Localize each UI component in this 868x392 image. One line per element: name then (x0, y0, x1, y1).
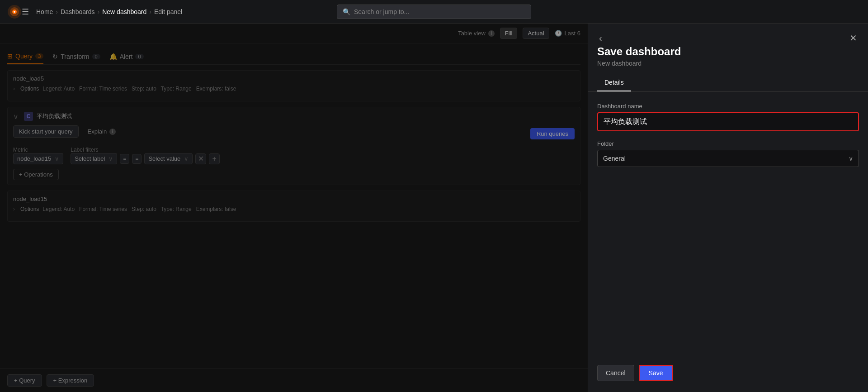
options-row-1: › Options Legend: Auto Format: Time seri… (13, 86, 575, 92)
transform-badge: 0 (92, 54, 100, 59)
query-c-name: 平均负载测试 (37, 112, 72, 120)
query-letter-badge: C (24, 112, 33, 121)
dashboard-name-input[interactable] (597, 112, 859, 131)
breadcrumb-edit-panel: Edit panel (154, 8, 182, 15)
db-icon: ⊞ (7, 53, 13, 60)
modal-title: Save dashboard (597, 45, 859, 58)
menu-icon[interactable]: ☰ (22, 7, 29, 17)
query-tabs: ⊞ Query 3 ↻ Transform 0 🔔 Alert 0 (7, 49, 580, 65)
metric-caret: ∨ (55, 155, 59, 162)
transform-tab-label: Transform (61, 53, 89, 60)
search-icon: 🔍 (343, 8, 350, 15)
cancel-button[interactable]: Cancel (597, 365, 634, 381)
breadcrumb-sep2: › (98, 8, 100, 15)
modal-subtitle: New dashboard (597, 60, 859, 67)
add-filter-button[interactable]: + (209, 153, 220, 164)
modal-body: Dashboard name Folder General ∨ (588, 92, 868, 365)
alert-tab-label: Alert (120, 53, 133, 60)
last-label: Last 6 (565, 30, 580, 37)
tab-alert[interactable]: 🔔 Alert 0 (109, 49, 144, 64)
modal-header: Save dashboard New dashboard (588, 45, 868, 74)
query-id-1: node_load5 (13, 75, 44, 82)
bottom-bar: + Query + Expression (0, 368, 588, 392)
query-item-1-header: node_load5 (13, 75, 575, 82)
actual-button[interactable]: Actual (523, 28, 549, 39)
explain-item: Explain i (88, 128, 116, 135)
options-meta-2: Legend: Auto Format: Time series Step: a… (42, 206, 236, 212)
table-view-label[interactable]: Table view (458, 30, 486, 37)
options-label-1[interactable]: Options (20, 86, 39, 92)
table-view-info: i (488, 30, 495, 37)
metric-select[interactable]: node_load15 ∨ (13, 153, 63, 164)
modal-close-row: ‹ ✕ (588, 24, 868, 45)
svg-point-3 (14, 11, 15, 13)
save-dashboard-modal: ‹ ✕ Save dashboard New dashboard Details… (588, 24, 868, 392)
breadcrumb-sep3: › (149, 8, 151, 15)
breadcrumb-home[interactable]: Home (36, 8, 53, 15)
tab-details[interactable]: Details (597, 74, 631, 91)
grafana-logo[interactable] (7, 5, 22, 19)
panel-toolbar: Table view i Fill Actual 🕐 Last 6 (0, 24, 588, 43)
add-expression-button[interactable]: + Expression (47, 374, 94, 387)
folder-value: General (603, 155, 626, 162)
tab-details-label: Details (604, 79, 624, 86)
metric-value: node_load15 (17, 155, 51, 162)
topbar: ☰ Home › Dashboards › New dashboard › Ed… (0, 0, 868, 24)
tab-transform[interactable]: ↻ Transform 0 (52, 49, 100, 64)
tab-query[interactable]: ⊞ Query 3 (7, 49, 43, 64)
folder-select[interactable]: General ∨ (597, 150, 859, 167)
eq-badge[interactable]: = (120, 154, 129, 164)
query-area: ⊞ Query 3 ↻ Transform 0 🔔 Alert 0 (0, 43, 588, 233)
operations-row: + Operations (13, 169, 575, 180)
query-item-2-header: node_load15 (13, 196, 575, 202)
explain-info-icon: i (109, 129, 116, 135)
transform-icon: ↻ (52, 53, 58, 60)
metric-group: Metric node_load15 ∨ (13, 147, 63, 164)
breadcrumb-new-dashboard[interactable]: New dashboard (102, 8, 146, 15)
select-value-dropdown[interactable]: Select value ∨ (144, 153, 193, 164)
query-c-actions: Kick start your query Explain i Run quer… (13, 125, 575, 142)
save-button[interactable]: Save (639, 365, 673, 381)
run-queries-button[interactable]: Run queries (530, 128, 575, 139)
query-badge: 3 (35, 53, 43, 59)
query-tab-label: Query (15, 53, 33, 60)
fill-button[interactable]: Fill (500, 28, 518, 39)
last-item: 🕐 Last 6 (555, 30, 580, 37)
modal-close-button[interactable]: ✕ (848, 31, 859, 45)
alert-badge: 0 (135, 54, 143, 59)
query-id-2: node_load15 (13, 196, 47, 202)
breadcrumb-sep1: › (56, 8, 58, 15)
collapse-icon-1[interactable]: › (13, 86, 15, 92)
breadcrumb-dashboards[interactable]: Dashboards (61, 8, 95, 15)
alert-icon: 🔔 (109, 53, 117, 60)
folder-label: Folder (597, 140, 859, 147)
metric-filter-row: Metric node_load15 ∨ Label filters Selec… (13, 147, 575, 164)
main-layout: Table view i Fill Actual 🕐 Last 6 ⊞ Quer… (0, 24, 868, 392)
eq-badge2[interactable]: = (132, 154, 142, 164)
select-value-text: Select value (148, 155, 180, 162)
explain-label[interactable]: Explain (88, 128, 107, 135)
collapse-icon-2[interactable]: › (13, 206, 15, 212)
folder-group: Folder General ∨ (597, 140, 859, 167)
modal-tabs: Details (588, 74, 868, 92)
options-row-2: › Options Legend: Auto Format: Time seri… (13, 206, 575, 212)
remove-filter-button[interactable]: ✕ (195, 153, 206, 164)
clock-icon: 🕐 (555, 30, 562, 37)
select-label-caret: ∨ (108, 155, 113, 162)
select-label-text: Select label (75, 155, 105, 162)
kick-start-button[interactable]: Kick start your query (13, 125, 79, 138)
query-c-row: ∨ C 平均负载测试 (13, 112, 575, 121)
collapse-c-icon[interactable]: ∨ (13, 112, 19, 121)
search-bar[interactable]: 🔍 Search or jump to... (337, 5, 531, 19)
table-view-item: Table view i (458, 30, 495, 37)
folder-caret: ∨ (849, 155, 853, 162)
add-query-button[interactable]: + Query (7, 374, 42, 387)
select-label-dropdown[interactable]: Select label ∨ (71, 153, 117, 164)
options-label-2[interactable]: Options (20, 206, 39, 212)
modal-back-button[interactable]: ‹ (597, 31, 604, 45)
query-item-c: ∨ C 平均负载测试 Kick start your query Explain… (7, 107, 580, 185)
label-filters-label: Label filters (71, 147, 220, 153)
operations-button[interactable]: + Operations (13, 169, 59, 180)
modal-actions: Cancel Save (588, 365, 868, 392)
breadcrumb: Home › Dashboards › New dashboard › Edit… (36, 8, 182, 15)
